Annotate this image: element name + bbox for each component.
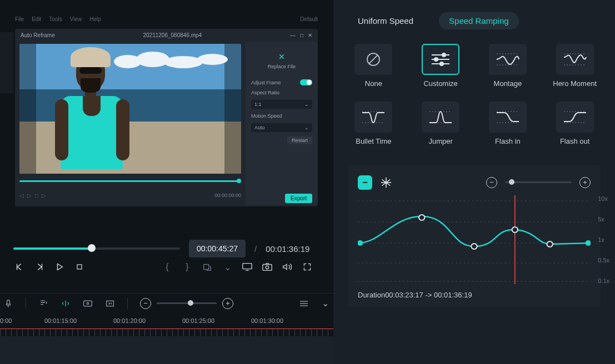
preset-jumper[interactable]: Jumper: [415, 102, 467, 146]
preset-label: Bullet Time: [356, 137, 391, 146]
layout-preset[interactable]: Default: [300, 16, 318, 22]
svg-point-7: [87, 302, 88, 304]
tab-uniform-speed[interactable]: Uniform Speed: [348, 12, 423, 29]
ruler-label: 00:01:25:00: [182, 317, 214, 324]
current-time[interactable]: 00:00:45:27: [189, 240, 246, 257]
graph-zoom-in-button[interactable]: +: [579, 177, 591, 188]
replace-file-label: Replace File: [268, 64, 296, 69]
export-button[interactable]: Export: [285, 194, 312, 203]
menubar: File Edit Tools View Help Default: [15, 13, 318, 24]
remove-keyframe-button[interactable]: −: [358, 175, 372, 190]
menu-edit[interactable]: Edit: [32, 16, 41, 22]
svg-point-40: [586, 240, 591, 246]
preset-label: Flash out: [560, 137, 589, 146]
chevron-down-icon[interactable]: ⌄: [320, 299, 330, 309]
window-maximize-icon[interactable]: □: [300, 32, 303, 38]
preview-scrub-row: 00:00:45:27 / 00:01:36:19: [13, 240, 313, 257]
preset-hero-moment[interactable]: Hero Moment: [549, 44, 601, 88]
play-icon[interactable]: [53, 261, 66, 273]
step-back-icon[interactable]: [13, 261, 26, 273]
preset-customize[interactable]: Customize: [415, 44, 467, 88]
preset-bullet-time[interactable]: Bullet Time: [348, 102, 399, 146]
svg-point-38: [512, 227, 518, 232]
preview-scrubber[interactable]: [13, 247, 180, 250]
crop-ratio-icon[interactable]: [201, 261, 213, 273]
graph-zoom-out-button[interactable]: −: [486, 177, 497, 188]
svg-line-10: [369, 55, 378, 64]
timeline-track[interactable]: [0, 336, 333, 364]
mark-out-icon[interactable]: }: [181, 261, 193, 273]
svg-rect-3: [263, 264, 272, 270]
reframe-timecode: 00:00:00:00: [214, 193, 241, 198]
preset-flash-in[interactable]: Flash in: [482, 102, 534, 146]
menu-tools[interactable]: Tools: [49, 16, 62, 22]
graph-y-labels: 10x 5x 1x 0.5x 0.1x: [598, 195, 609, 284]
tab-speed-ramping[interactable]: Speed Ramping: [439, 12, 519, 29]
reframe-stop-icon[interactable]: □: [35, 193, 38, 199]
ruler-label: 00:01:20:00: [113, 317, 146, 324]
step-fwd-icon[interactable]: [33, 261, 46, 273]
ruler-label: 00:01:30:00: [251, 317, 283, 324]
auto-reframe-window: Auto Reframe 20211206_080846.mp4 — □ ✕: [15, 29, 318, 206]
svg-rect-0: [77, 265, 82, 269]
total-time: 00:01:36:19: [266, 244, 309, 254]
menu-file[interactable]: File: [15, 16, 24, 22]
replace-file-button[interactable]: Replace File: [251, 46, 312, 75]
timeline-ruler[interactable]: 0:00 00:01:15:00 00:01:20:00 00:01:25:00…: [0, 317, 333, 337]
preset-none[interactable]: None: [348, 44, 399, 88]
window-close-icon[interactable]: ✕: [308, 32, 312, 38]
fit-icon[interactable]: [105, 299, 115, 309]
mark-in-icon[interactable]: {: [161, 261, 173, 273]
adjust-frame-label: Adjust Frame: [251, 80, 281, 85]
window-minimize-icon[interactable]: —: [290, 32, 296, 38]
marker-icon[interactable]: [61, 299, 71, 309]
chevron-down-icon: ⌄: [304, 125, 309, 130]
zoom-out-button[interactable]: −: [140, 298, 151, 309]
svg-point-37: [471, 244, 477, 249]
svg-point-35: [358, 240, 363, 246]
reframe-scrubber[interactable]: [19, 180, 241, 182]
timeline-toolbar: − + ⌄: [0, 293, 333, 313]
preset-flash-out[interactable]: Flash out: [549, 102, 601, 146]
graph-zoom-slider[interactable]: [505, 181, 572, 183]
reframe-sidepanel: Replace File Adjust Frame Aspect Ratio 1…: [246, 42, 318, 205]
speed-curve-graph[interactable]: 10x 5x 1x 0.5x 0.1x: [358, 195, 591, 284]
mic-icon[interactable]: [3, 299, 13, 309]
svg-point-14: [442, 53, 446, 57]
zoom-slider[interactable]: [157, 302, 217, 304]
menu-view[interactable]: View: [70, 16, 82, 22]
freeze-frame-icon[interactable]: [380, 176, 392, 189]
reframe-preview: ◁ ▷ □ ▷ 00:00:00:00: [15, 42, 246, 205]
render-icon[interactable]: [83, 299, 93, 309]
aspect-ratio-label: Aspect Ratio: [251, 90, 312, 95]
speed-preset-grid: None Customize Montage Hero Moment Bulle…: [348, 44, 601, 146]
zoom-in-button[interactable]: +: [222, 298, 233, 309]
editor-left-panel: File Edit Tools View Help Default Auto R…: [0, 0, 333, 364]
display-icon[interactable]: [241, 261, 253, 273]
aspect-ratio-select[interactable]: 1:1⌄: [251, 100, 312, 109]
window-title: Auto Reframe: [21, 32, 55, 38]
svg-point-36: [419, 215, 424, 220]
preset-label: Jumper: [428, 137, 452, 146]
audio-sync-icon[interactable]: [38, 299, 48, 309]
volume-icon[interactable]: [281, 261, 293, 273]
motion-speed-select[interactable]: Auto⌄: [251, 123, 312, 132]
svg-rect-1: [204, 265, 209, 270]
menu-help[interactable]: Help: [89, 16, 101, 22]
transport-bar: { } ⌄: [13, 261, 313, 273]
reframe-next-icon[interactable]: ▷: [42, 193, 46, 199]
restart-button[interactable]: Restart: [287, 136, 312, 144]
speed-panel: Uniform Speed Speed Ramping None Customi…: [333, 0, 615, 364]
reframe-play-icon[interactable]: ▷: [27, 193, 32, 199]
time-separator: /: [254, 244, 257, 254]
snapshot-icon[interactable]: [261, 261, 273, 273]
track-view-icon[interactable]: [300, 301, 308, 306]
stop-icon[interactable]: [73, 261, 86, 273]
svg-point-16: [440, 62, 443, 65]
preset-montage[interactable]: Montage: [482, 44, 534, 88]
chevron-down-icon[interactable]: ⌄: [221, 261, 233, 273]
fullscreen-icon[interactable]: [301, 261, 313, 273]
adjust-frame-toggle[interactable]: [300, 79, 312, 85]
reframe-prev-icon[interactable]: ◁: [19, 193, 24, 199]
chevron-down-icon: ⌄: [304, 102, 309, 107]
